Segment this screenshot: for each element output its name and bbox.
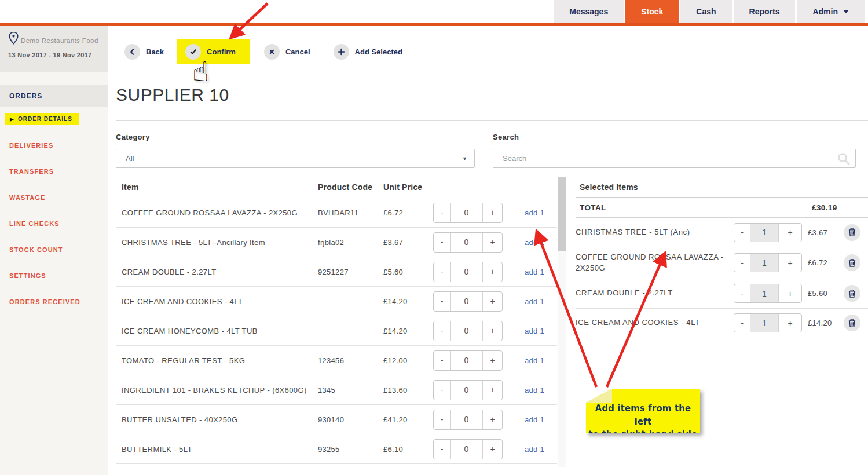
search-input[interactable] bbox=[493, 149, 837, 167]
cancel-button[interactable]: Cancel bbox=[264, 44, 310, 60]
minus-button[interactable]: - bbox=[434, 233, 451, 252]
add-one-link[interactable]: add 1 bbox=[525, 209, 544, 217]
plus-button[interactable]: + bbox=[482, 262, 502, 282]
plus-button[interactable]: + bbox=[482, 440, 502, 459]
quantity-value[interactable]: 0 bbox=[451, 381, 482, 400]
minus-button[interactable]: - bbox=[734, 284, 750, 302]
selected-row: CHRISTMAS TREE - 5LT (Anc) - 1 + £3.67 bbox=[576, 218, 868, 247]
sidebar-item-label: ORDER DETAILS bbox=[18, 116, 72, 122]
quantity-stepper: - 0 + bbox=[433, 262, 503, 282]
add-one-link[interactable]: add 1 bbox=[525, 356, 544, 365]
sidebar-item-deliveries[interactable]: DELIVERIES bbox=[0, 132, 108, 158]
add-one-link[interactable]: add 1 bbox=[525, 327, 544, 335]
sticky-note: Add items from the left to the right-han… bbox=[586, 389, 700, 433]
trash-icon bbox=[848, 319, 856, 328]
nav-tab-cash[interactable]: Cash bbox=[680, 0, 731, 23]
minus-button[interactable]: - bbox=[434, 321, 451, 341]
item-name: CHRISTMAS TREE - 5LT--Ancillary Item bbox=[122, 238, 318, 247]
plus-button[interactable]: + bbox=[778, 254, 801, 272]
minus-button[interactable]: - bbox=[434, 351, 451, 370]
table-row: BUTTER UNSALTED - 40X250G 930140 £41.20 … bbox=[116, 405, 557, 434]
sidebar-item-orders-received[interactable]: ORDERS RECEIVED bbox=[0, 288, 108, 315]
search-label: Search bbox=[493, 133, 856, 141]
plus-button[interactable]: + bbox=[482, 410, 502, 429]
top-nav: Messages Stock Cash Reports Admin bbox=[0, 0, 868, 23]
content-row: Item Product Code Unit Price COFFEE GROU… bbox=[116, 177, 868, 467]
header-product-code: Product Code bbox=[318, 182, 383, 192]
nav-tab-stock[interactable]: Stock bbox=[625, 0, 679, 23]
product-code: BVHDAR11 bbox=[318, 209, 383, 217]
nav-tab-messages[interactable]: Messages bbox=[554, 0, 624, 23]
sidebar-item-wastage[interactable]: WASTAGE bbox=[0, 184, 108, 210]
add-selected-button[interactable]: Add Selected bbox=[334, 44, 402, 60]
active-marker-icon: ▶ bbox=[10, 116, 14, 122]
unit-price: £13.60 bbox=[383, 386, 433, 394]
quantity-value[interactable]: 0 bbox=[451, 351, 482, 370]
back-label: Back bbox=[146, 48, 164, 56]
plus-button[interactable]: + bbox=[482, 381, 502, 400]
sidebar-menu: DELIVERIES TRANSFERS WASTAGE LINE CHECKS… bbox=[0, 132, 108, 315]
add-one-link[interactable]: add 1 bbox=[525, 238, 544, 247]
confirm-label: Confirm bbox=[207, 48, 236, 56]
add-one-link[interactable]: add 1 bbox=[525, 297, 544, 306]
scrollbar-track[interactable] bbox=[558, 177, 566, 467]
chevron-down-icon: ▼ bbox=[462, 156, 467, 162]
plus-button[interactable]: + bbox=[778, 284, 801, 302]
product-code: 1345 bbox=[318, 386, 383, 394]
nav-tab-admin[interactable]: Admin bbox=[797, 0, 865, 23]
unit-price: £5.60 bbox=[383, 268, 433, 276]
quantity-value[interactable]: 1 bbox=[750, 224, 778, 242]
add-one-link[interactable]: add 1 bbox=[525, 268, 544, 276]
add-one-link[interactable]: add 1 bbox=[525, 445, 544, 454]
back-button[interactable]: Back bbox=[124, 44, 164, 60]
minus-button[interactable]: - bbox=[734, 314, 750, 332]
product-code: 930140 bbox=[318, 415, 383, 424]
plus-button[interactable]: + bbox=[482, 233, 502, 252]
plus-button[interactable]: + bbox=[778, 224, 801, 242]
scrollbar-thumb[interactable] bbox=[558, 177, 566, 251]
sidebar-item-order-details[interactable]: ▶ ORDER DETAILS bbox=[5, 113, 79, 125]
sidebar-item-transfers[interactable]: TRANSFERS bbox=[0, 158, 108, 184]
minus-button[interactable]: - bbox=[734, 224, 750, 242]
minus-button[interactable]: - bbox=[734, 254, 750, 272]
unit-price: £3.67 bbox=[808, 228, 844, 237]
delete-item-button[interactable] bbox=[844, 254, 860, 271]
plus-button[interactable]: + bbox=[482, 351, 502, 370]
minus-button[interactable]: - bbox=[434, 292, 451, 311]
quantity-stepper: - 0 + bbox=[433, 410, 503, 430]
quantity-value[interactable]: 0 bbox=[451, 203, 482, 222]
quantity-value[interactable]: 0 bbox=[451, 262, 482, 282]
plus-button[interactable]: + bbox=[482, 203, 502, 222]
plus-button[interactable]: + bbox=[778, 314, 801, 332]
minus-button[interactable]: - bbox=[434, 203, 451, 222]
quantity-stepper: - 0 + bbox=[433, 232, 503, 253]
quantity-value[interactable]: 1 bbox=[750, 254, 778, 272]
quantity-value[interactable]: 0 bbox=[451, 440, 482, 459]
plus-button[interactable]: + bbox=[482, 292, 502, 311]
product-table: Item Product Code Unit Price COFFEE GROU… bbox=[116, 177, 557, 467]
minus-button[interactable]: - bbox=[434, 262, 451, 282]
quantity-value[interactable]: 0 bbox=[451, 410, 482, 429]
unit-price: £14.20 bbox=[383, 297, 433, 306]
sidebar-item-line-checks[interactable]: LINE CHECKS bbox=[0, 210, 108, 236]
quantity-value[interactable]: 0 bbox=[451, 321, 482, 341]
minus-button[interactable]: - bbox=[434, 410, 451, 429]
quantity-value[interactable]: 0 bbox=[451, 233, 482, 252]
quantity-value[interactable]: 1 bbox=[750, 284, 778, 302]
minus-button[interactable]: - bbox=[434, 440, 451, 459]
delete-item-button[interactable] bbox=[844, 285, 860, 302]
sidebar-item-settings[interactable]: SETTINGS bbox=[0, 262, 108, 288]
add-one-link[interactable]: add 1 bbox=[525, 386, 544, 394]
quantity-value[interactable]: 1 bbox=[750, 314, 778, 332]
sidebar-item-stock-count[interactable]: STOCK COUNT bbox=[0, 236, 108, 262]
confirm-button[interactable]: Confirm bbox=[185, 44, 236, 60]
minus-button[interactable]: - bbox=[434, 381, 451, 400]
nav-tab-reports[interactable]: Reports bbox=[734, 0, 796, 23]
sidebar-section-orders[interactable]: ORDERS bbox=[0, 85, 108, 107]
delete-item-button[interactable] bbox=[844, 315, 860, 331]
category-select[interactable]: All ▼ bbox=[116, 149, 475, 168]
quantity-value[interactable]: 0 bbox=[451, 292, 482, 311]
delete-item-button[interactable] bbox=[844, 224, 860, 241]
plus-button[interactable]: + bbox=[482, 321, 502, 341]
add-one-link[interactable]: add 1 bbox=[525, 415, 544, 424]
